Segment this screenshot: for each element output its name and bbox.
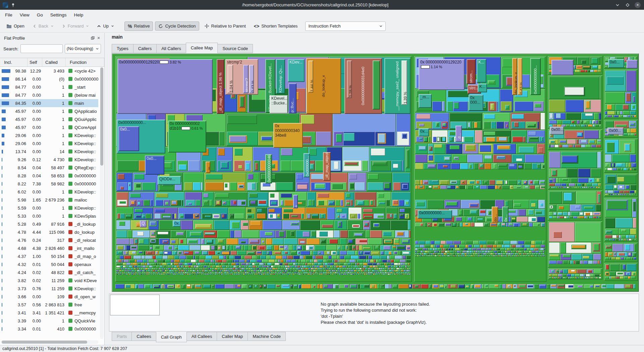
tab-source-code[interactable]: Source Code [217, 44, 253, 53]
table-row[interactable]: 84.350.001main [0, 99, 98, 107]
maximize-button[interactable] [625, 2, 631, 8]
treemap-block[interactable] [373, 60, 380, 109]
float-dock-icon[interactable] [90, 35, 96, 41]
shorten-templates-toggle[interactable]: <> Shorten Templates [251, 22, 301, 31]
table-row[interactable]: 3.730.7611 259KDevelop:: [0, 284, 98, 293]
table-row[interactable]: 4.240.0248 822_dl_catch_ [0, 268, 98, 276]
column-header-called[interactable]: Called [42, 58, 66, 67]
up-button[interactable]: Up [94, 22, 117, 30]
treemap-block[interactable]: 1.39 % [401, 60, 407, 105]
close-dock-icon[interactable]: × [96, 35, 102, 41]
table-row[interactable]: 86.140.00(0)0x00000000 [0, 75, 98, 83]
treemap-block[interactable]: _d... [455, 126, 462, 142]
treemap-block[interactable]: do... [492, 207, 498, 223]
treemap-block[interactable]: K... [478, 84, 487, 92]
treemap-block[interactable]: 0x... [173, 220, 181, 227]
event-type-combobox[interactable]: Instruction Fetch [305, 21, 386, 31]
minimize-button[interactable] [614, 2, 621, 8]
table-row[interactable]: 29.060.001KDevelop:: [0, 139, 98, 147]
close-button[interactable]: × [635, 2, 641, 8]
treemap-block[interactable]: 0x 00000000340 34be8 [273, 123, 303, 148]
horizontal-scrollbar[interactable] [1, 340, 98, 344]
treemap-block[interactable]: 0x 000... [469, 95, 483, 111]
search-input[interactable] [20, 44, 63, 53]
menu-go[interactable]: Go [33, 11, 47, 19]
grouping-combobox[interactable]: (No Grouping) [65, 44, 101, 53]
column-header-self[interactable]: Self [28, 58, 42, 67]
callee-map[interactable]: 0x00000000001292203.82 %_dl_map_object 1… [112, 53, 639, 292]
tab-all-callees[interactable]: All Callees [186, 332, 217, 341]
pin-icon[interactable] [11, 3, 15, 7]
treemap-block[interactable]: QIODe... [158, 176, 181, 185]
treemap-block[interactable]: 0.43 % [518, 58, 522, 95]
treemap-block[interactable]: _m... [419, 94, 432, 108]
tab-call-graph[interactable]: Call Graph [156, 332, 187, 342]
tab-all-callers[interactable]: All Callers [156, 44, 186, 53]
treemap-block[interactable]: K... [477, 59, 486, 83]
table-row[interactable]: 4.371.0050 154_dl_map_o [0, 252, 98, 260]
tab-caller-map[interactable]: Caller Map [217, 332, 248, 341]
treemap-block[interactable]: _in... [206, 162, 210, 173]
table-row[interactable]: 45.970.001QCoreAppl [0, 123, 98, 131]
treemap-block[interactable]: 0x00000000... [418, 210, 452, 219]
column-header-incl[interactable]: Incl. [0, 58, 28, 67]
treemap-block[interactable]: KDev... [288, 59, 305, 82]
treemap-block[interactable]: 0x00... [550, 127, 564, 135]
table-row[interactable]: 84.770.001(below mai [0, 91, 98, 99]
table-row[interactable]: 4.784.44115 096do_lookup [0, 228, 98, 236]
treemap-block[interactable]: p::Buc... [288, 83, 297, 114]
table-row[interactable]: 5.981.652 679 236malloc [0, 196, 98, 204]
treemap-block[interactable]: Q... [140, 220, 147, 227]
table-row[interactable]: 8.280.0458 6530x0000000 [0, 172, 98, 180]
call-graph-panel[interactable]: No graph available because the layouting… [109, 294, 639, 332]
table-row[interactable]: 4.320.0150 044openaux [0, 260, 98, 268]
menu-file[interactable]: File [1, 11, 16, 19]
treemap-block[interactable]: strcmp'2 [243, 65, 249, 93]
table-row[interactable]: 3.340.014100x0000000 [0, 325, 98, 333]
table-row[interactable]: 98.3812.293 493<cycle 42> [0, 67, 98, 75]
open-button[interactable]: Open [3, 22, 28, 30]
tab-callee-map[interactable]: Callee Map [186, 43, 218, 53]
table-row[interactable]: 4.760.24317_dl_relocat [0, 236, 98, 244]
table-row[interactable]: 6.020.001KDevelop:: [0, 188, 98, 196]
tab-parts[interactable]: Parts [112, 332, 132, 341]
table-row[interactable]: 8.227.3858 9820x0000000 [0, 180, 98, 188]
column-header-function[interactable]: Function [66, 58, 104, 67]
back-button[interactable]: Back [30, 22, 57, 30]
tab-callers[interactable]: Callers [133, 44, 157, 53]
treemap-block[interactable]: 1.04 % [227, 65, 233, 93]
treemap-block[interactable]: _dl_map_object_... [323, 152, 331, 181]
treemap-block[interactable]: 0... [293, 195, 298, 208]
table-row[interactable]: 3.390.001QQuickVie [0, 317, 98, 325]
forward-button[interactable]: Forward [59, 22, 92, 30]
treemap-block[interactable]: KDevelop::Qu... [276, 59, 285, 94]
table-row[interactable]: 45.970.001QGuiApplic [0, 115, 98, 123]
treemap-block[interactable]: 0x0... [145, 156, 164, 175]
table-row[interactable]: 9.260.124 730KDevelop:: [0, 156, 98, 164]
table-row[interactable]: 3.820.0211 259void KDeve [0, 276, 98, 284]
treemap-block[interactable] [627, 60, 638, 69]
tab-machine-code[interactable]: Machine Code [248, 332, 286, 341]
relative-to-parent-toggle[interactable]: Relative to Parent [201, 22, 249, 30]
treemap-block[interactable]: 0x0... [608, 59, 624, 68]
tab-callees[interactable]: Callees [131, 332, 156, 341]
cycle-detection-toggle[interactable]: Cycle Detection [155, 21, 199, 31]
treemap-block[interactable]: do_lookup_x [512, 58, 517, 95]
table-row[interactable]: 4.684.382 826 460_int_mallo [0, 244, 98, 252]
table-row[interactable]: 3.413.411 351 421__memcpy [0, 309, 98, 317]
menu-view[interactable]: View [16, 11, 33, 19]
treemap-block[interactable]: 0x000000000461... [265, 154, 272, 183]
treemap-block[interactable]: 0x00000000001292203.82 % [117, 59, 213, 114]
relative-toggle[interactable]: % Relative [124, 21, 153, 31]
table-row[interactable]: 45.970.001QApplicatio [0, 107, 98, 115]
treemap-block[interactable]: 0x 00000000002 d1b100.61 % [168, 121, 206, 152]
treemap-block[interactable]: _dl_map_object 1.96 % [217, 59, 224, 114]
treemap-block[interactable]: 1.44 % [308, 60, 313, 93]
treemap-block[interactable]: 0x... [419, 128, 429, 136]
treemap-block[interactable]: 0x... [502, 207, 508, 223]
table-row[interactable]: 3.570.562 863 813free [0, 301, 98, 309]
table-row[interactable]: 13.740.0014KDevelop:: [0, 147, 98, 156]
table-row[interactable]: 8.540.0458 497QRegExp:: [0, 164, 98, 172]
table-row[interactable]: 29.060.001KDevelop:: [0, 131, 98, 139]
treemap-block[interactable]: 0x 00000000001292201.14 % [419, 59, 465, 90]
